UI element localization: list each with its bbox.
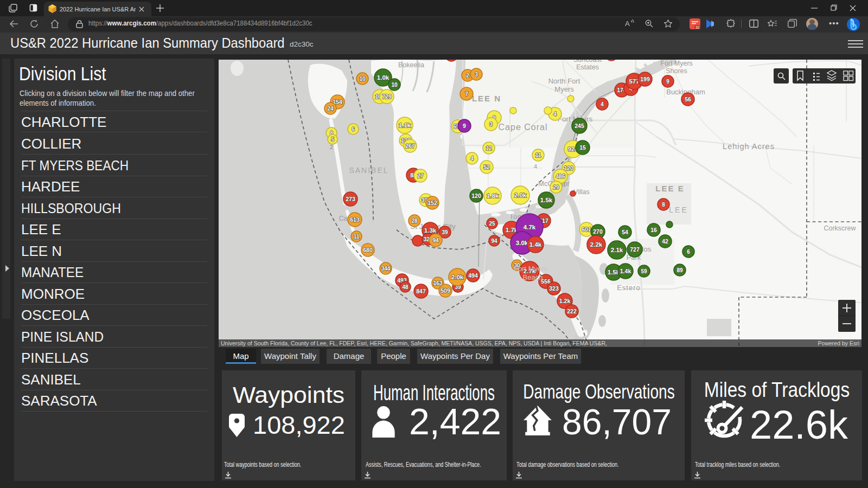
svg-text:727: 727 [630,246,640,253]
svg-text:3.0k: 3.0k [516,240,528,246]
svg-text:27: 27 [417,172,424,179]
svg-text:Fort Myers: Fort Myers [514,265,548,273]
svg-text:Shores: Shores [666,67,687,75]
svg-text:4: 4 [470,156,474,162]
svg-text:5: 5 [331,137,334,143]
svg-text:11: 11 [354,234,360,240]
svg-text:4: 4 [534,163,537,170]
svg-text:2.0k: 2.0k [451,274,464,280]
svg-text:1.4k: 1.4k [529,241,542,248]
svg-text:267: 267 [405,143,415,149]
svg-text:10: 10 [359,76,366,82]
svg-text:Suncoast: Suncoast [573,60,602,63]
svg-text:LEE E: LEE E [655,184,684,193]
svg-text:24: 24 [327,106,334,112]
svg-text:323: 323 [549,285,559,292]
svg-text:2: 2 [330,144,333,150]
svg-text:Lehigh Acres: Lehigh Acres [723,142,775,151]
svg-text:344: 344 [381,266,391,272]
svg-text:University of South Florida, C: University of South Florida, County of L… [221,340,607,346]
svg-text:1.3k: 1.3k [424,227,437,234]
svg-text:2.0k: 2.0k [514,192,527,198]
svg-text:4.7k: 4.7k [524,224,536,230]
svg-text:39: 39 [442,229,448,235]
svg-text:273: 273 [346,196,355,202]
svg-text:222: 222 [567,308,577,314]
svg-text:25: 25 [489,221,495,227]
svg-text:6: 6 [687,249,690,255]
svg-text:4: 4 [553,111,557,117]
svg-text:A: A [625,20,630,28]
svg-text:32: 32 [695,25,700,29]
svg-text:847: 847 [416,288,426,294]
svg-text:1.1k: 1.1k [399,122,411,129]
svg-text:89: 89 [676,267,683,273]
svg-text:Cape Coral: Cape Coral [499,123,548,132]
svg-text:29: 29 [553,184,559,190]
svg-text:94: 94 [432,237,439,243]
svg-text:1.2k: 1.2k [559,298,571,304]
svg-text:494: 494 [468,272,478,279]
svg-text:9: 9 [463,123,466,129]
svg-text:7: 7 [465,91,468,97]
svg-text:Estero: Estero [617,284,641,292]
svg-text:729: 729 [382,93,392,100]
svg-text:10: 10 [391,82,398,88]
svg-text:270: 270 [593,228,603,235]
svg-text:1.8k: 1.8k [487,192,499,199]
svg-text:6: 6 [352,126,355,132]
svg-text:1.5k: 1.5k [540,197,553,203]
svg-text:56: 56 [685,96,691,102]
svg-text:199: 199 [640,76,650,82]
svg-text:486: 486 [556,173,565,179]
svg-text:North Fort: North Fort [548,77,580,85]
svg-text:245: 245 [575,123,584,129]
svg-text:11: 11 [535,152,541,158]
svg-text:4: 4 [601,101,604,107]
svg-text:9: 9 [666,79,669,85]
svg-text:Bokeelia: Bokeelia [398,61,424,69]
svg-text:2: 2 [466,73,469,79]
svg-text:SANIBEL: SANIBEL [349,166,388,175]
svg-text:1.0k: 1.0k [377,74,390,81]
svg-text:LEE N: LEE N [472,94,501,103]
svg-text:15: 15 [579,144,586,151]
svg-text:680: 680 [363,247,373,253]
svg-text:152: 152 [427,200,437,206]
svg-text:Estates: Estates [576,63,599,71]
svg-text:1.4k: 1.4k [620,268,631,274]
svg-text:Corkscrew: Corkscrew [824,224,856,232]
svg-text:16: 16 [650,227,657,233]
svg-text:94: 94 [491,238,497,244]
svg-text:Villas: Villas [573,188,590,196]
svg-text:601: 601 [582,226,591,233]
svg-text:120: 120 [471,192,481,199]
svg-text:613: 613 [350,216,360,223]
svg-text:Beach: Beach [523,273,543,281]
svg-text:3: 3 [475,72,478,78]
svg-text:12: 12 [486,145,492,151]
svg-text:52: 52 [483,164,490,170]
svg-text:48: 48 [402,284,409,290]
svg-text:509: 509 [441,287,450,294]
svg-text:54: 54 [622,229,628,235]
svg-text:2.2k: 2.2k [590,241,603,248]
svg-text:42: 42 [662,238,668,245]
svg-text:Powered by Esri: Powered by Esri [818,340,859,346]
svg-text:120: 120 [564,165,573,171]
svg-text:8: 8 [662,202,665,208]
svg-text:59: 59 [641,268,647,274]
svg-text:3: 3 [489,121,493,127]
svg-text:Fort Myers: Fort Myers [660,60,693,67]
svg-text:LEE: LEE [669,206,688,214]
svg-text:Myers: Myers [554,85,574,93]
svg-text:2.1k: 2.1k [611,247,623,253]
svg-text:28: 28 [411,218,418,224]
